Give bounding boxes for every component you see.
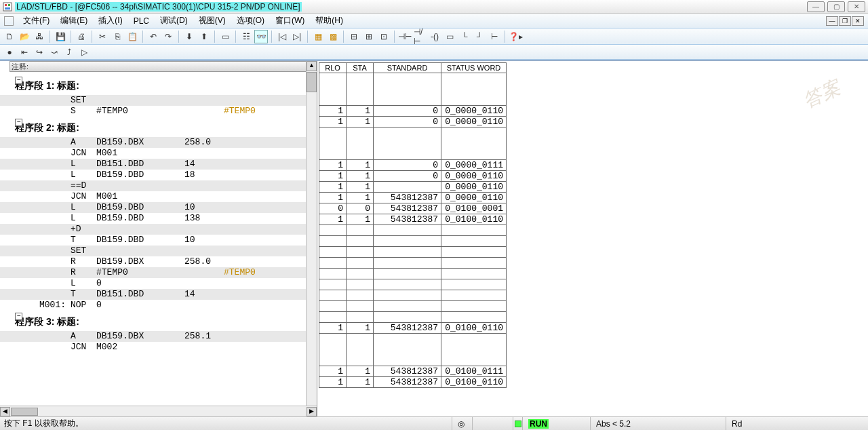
- col-status-word: STATUS WORD: [441, 63, 507, 73]
- scroll-thumb[interactable]: [307, 72, 317, 92]
- code-line[interactable]: SET: [0, 246, 317, 256]
- status-row: 1100_0000_0110: [319, 171, 507, 182]
- code-line[interactable]: S #TEMP0 #TEMP0: [0, 106, 317, 117]
- box-icon[interactable]: ▭: [443, 30, 456, 43]
- collapse-icon[interactable]: −: [15, 77, 22, 84]
- status-row: [319, 301, 507, 312]
- code-line[interactable]: JCN M001: [0, 191, 317, 202]
- goto-end-icon[interactable]: ▷|: [290, 30, 304, 43]
- maximize-button[interactable]: ▢: [827, 1, 845, 12]
- code-line[interactable]: L 0: [0, 278, 317, 289]
- code-line[interactable]: T DB151.DBD 14: [0, 289, 317, 300]
- scroll-thumb-h[interactable]: [11, 408, 38, 416]
- collapse-icon[interactable]: −: [15, 119, 22, 126]
- scroll-right-icon[interactable]: ▶: [307, 407, 317, 416]
- status-spacer: [319, 334, 507, 345]
- status-run: RUN: [522, 417, 590, 430]
- menu-file[interactable]: 文件(F): [19, 14, 54, 28]
- menu-view[interactable]: 视图(V): [195, 14, 230, 28]
- menu-options[interactable]: 选项(O): [233, 14, 269, 28]
- code-line[interactable]: R #TEMP0 #TEMP0: [0, 267, 317, 278]
- code-line[interactable]: L DB159.DBD 18: [0, 170, 317, 180]
- code-line[interactable]: JCN M001: [0, 148, 317, 159]
- step-icon[interactable]: ↪: [33, 45, 46, 59]
- segment-title: 程序段 2: 标题:: [0, 117, 317, 137]
- code-line[interactable]: M001: NOP 0: [0, 300, 317, 311]
- code-line[interactable]: JCN M002: [0, 342, 317, 353]
- status-row: 1100_0000_0110: [319, 117, 507, 128]
- goto-start-icon[interactable]: |◁: [275, 30, 289, 43]
- horizontal-scrollbar[interactable]: ◀ ▶: [0, 406, 317, 416]
- open-icon[interactable]: 📂: [18, 30, 31, 43]
- menu-window[interactable]: 窗口(W): [271, 14, 309, 28]
- context-help-icon[interactable]: ❓▸: [509, 30, 522, 43]
- copy-icon[interactable]: ⎘: [111, 30, 124, 43]
- code-area[interactable]: − 程序段 1: 标题: SET S #TEMP0 #TEMP0− 程序段 2:…: [0, 72, 317, 406]
- step-back-icon[interactable]: ⇤: [18, 45, 31, 59]
- network2-icon[interactable]: ⊞: [362, 30, 376, 43]
- menu-help[interactable]: 帮助(H): [311, 14, 347, 28]
- mdi-minimize-button[interactable]: —: [826, 16, 838, 26]
- run-to-icon[interactable]: ▷: [77, 45, 91, 59]
- paste-icon[interactable]: 📋: [125, 30, 139, 43]
- svg-rect-0: [3, 3, 12, 11]
- code-line[interactable]: A DB159.DBX 258.0: [0, 137, 317, 148]
- code-line[interactable]: +D: [0, 224, 317, 235]
- code-line[interactable]: T DB159.DBD 10: [0, 235, 317, 246]
- code-line[interactable]: ==D: [0, 180, 317, 191]
- window-icon[interactable]: ▭: [218, 30, 232, 43]
- collapse-icon[interactable]: −: [15, 313, 22, 320]
- window-title: LAD/STL/FBD - [@FC506 -- 34pl\SIMATIC 30…: [15, 2, 302, 12]
- redo-icon[interactable]: ↷: [161, 30, 175, 43]
- vertical-scrollbar[interactable]: ▲: [306, 61, 317, 406]
- monitor-icon[interactable]: 👓: [254, 30, 268, 43]
- menu-debug[interactable]: 调试(D): [156, 14, 192, 28]
- online-icon[interactable]: 🖧: [33, 30, 46, 43]
- print-icon[interactable]: 🖨: [75, 30, 88, 43]
- status-rd: Rd: [726, 417, 868, 430]
- step-out-icon[interactable]: ⤴: [62, 45, 76, 59]
- status-spacer: [319, 128, 507, 138]
- branch-open-icon[interactable]: └: [458, 30, 471, 43]
- mdi-restore-button[interactable]: ❐: [839, 16, 851, 26]
- mdi-sys-icon[interactable]: [4, 16, 14, 26]
- mdi-close-button[interactable]: ✕: [852, 16, 864, 26]
- download-icon[interactable]: ⬇: [182, 30, 196, 43]
- status-spacer: [319, 138, 507, 149]
- close-button[interactable]: ✕: [848, 1, 865, 12]
- new-icon[interactable]: 🗋: [3, 30, 16, 43]
- coil-icon[interactable]: -(): [428, 30, 441, 43]
- code-line[interactable]: SET: [0, 95, 317, 106]
- network1-icon[interactable]: ⊟: [347, 30, 361, 43]
- toggle-view-icon[interactable]: ▦: [311, 30, 325, 43]
- contact-open-icon[interactable]: ⊣⊢: [398, 30, 412, 43]
- minimize-button[interactable]: —: [807, 1, 825, 12]
- status-spacer: [319, 355, 507, 366]
- code-line[interactable]: L DB159.DBD 138: [0, 213, 317, 224]
- status-row: [319, 225, 507, 236]
- scroll-up-icon[interactable]: ▲: [307, 61, 317, 71]
- menu-insert[interactable]: 插入(I): [94, 14, 126, 28]
- code-line[interactable]: L DB151.DBD 14: [0, 159, 317, 170]
- network3-icon[interactable]: ⊡: [377, 30, 391, 43]
- status-row: [319, 279, 507, 290]
- contact-closed-icon[interactable]: ⊣/⊢: [413, 30, 427, 43]
- status-row: [319, 290, 507, 301]
- undo-icon[interactable]: ↶: [146, 30, 160, 43]
- code-line[interactable]: R DB159.DBX 258.0: [0, 256, 317, 267]
- branch-close-icon[interactable]: ┘: [473, 30, 486, 43]
- cut-icon[interactable]: ✂: [96, 30, 109, 43]
- scroll-left-icon[interactable]: ◀: [0, 407, 10, 416]
- upload-icon[interactable]: ⬆: [197, 30, 211, 43]
- detail-view-icon[interactable]: ▩: [326, 30, 340, 43]
- annotation: #TEMP0: [224, 106, 256, 117]
- code-line[interactable]: L DB159.DBD 10: [0, 202, 317, 213]
- code-line[interactable]: A DB159.DBX 258.1: [0, 331, 317, 342]
- step-over-icon[interactable]: ⤻: [47, 45, 61, 59]
- reference-icon[interactable]: ☷: [239, 30, 253, 43]
- connection-icon[interactable]: ⊢: [488, 30, 501, 43]
- breakpoint-icon[interactable]: ●: [3, 45, 16, 59]
- menu-edit[interactable]: 编辑(E): [56, 14, 92, 28]
- menu-plc[interactable]: PLC: [130, 15, 153, 27]
- save-icon[interactable]: 💾: [54, 30, 67, 43]
